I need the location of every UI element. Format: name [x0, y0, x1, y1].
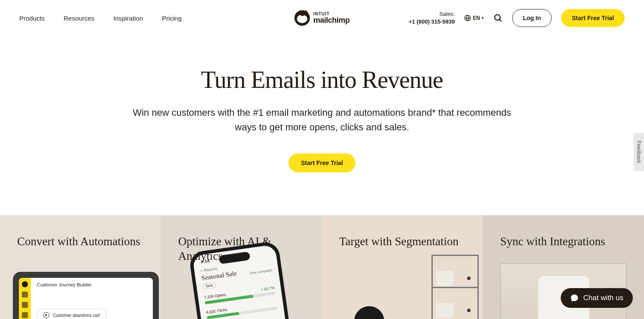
feature-segmentation[interactable]: Target with Segmentation	[322, 215, 483, 319]
chat-button[interactable]: Chat with us	[561, 288, 633, 308]
sales-phone[interactable]: +1 (800) 315-5939	[409, 18, 455, 26]
caret-down-icon: ▾	[482, 16, 484, 20]
feature-title: Convert with Automations	[17, 235, 144, 249]
feature-title: Sync with Integrations	[500, 235, 627, 249]
phone-tag: Sent	[202, 282, 216, 289]
shelf-mock	[431, 255, 479, 319]
mailchimp-icon	[295, 10, 310, 26]
start-trial-button[interactable]: Start Free Trial	[561, 9, 625, 27]
tablet-mock: Customer Journey Builder Customer abando…	[13, 272, 159, 319]
sales-info: Sales: +1 (800) 315-5939	[409, 10, 455, 26]
nav-left: Products Resources Inspiration Pricing	[19, 15, 182, 22]
chat-icon	[570, 294, 579, 302]
header: Products Resources Inspiration Pricing I…	[0, 0, 644, 36]
language-selector[interactable]: EN ▾	[464, 15, 484, 21]
logo[interactable]: INTUIT mailchimp	[295, 10, 350, 26]
feature-title: Optimize with AI & Analytics	[178, 235, 305, 264]
svg-line-2	[500, 20, 502, 22]
search-icon[interactable]	[493, 13, 503, 23]
hero-title: Turn Emails into Revenue	[9, 66, 635, 93]
person-mock	[348, 306, 391, 319]
hero-cta-button[interactable]: Start Free Trial	[289, 153, 355, 172]
chat-label: Chat with us	[583, 294, 623, 302]
nav-products[interactable]: Products	[19, 15, 45, 22]
feedback-tab[interactable]: Feedback	[634, 133, 644, 171]
play-icon	[43, 312, 49, 318]
hero-subtitle: Win new customers with the #1 email mark…	[129, 105, 515, 135]
tablet-card: Customer abandons cart	[37, 309, 106, 319]
nav-pricing[interactable]: Pricing	[162, 15, 182, 22]
logo-mailchimp: mailchimp	[313, 16, 350, 24]
lang-label: EN	[473, 15, 480, 21]
hero: Turn Emails into Revenue Win new custome…	[0, 36, 644, 215]
nav-inspiration[interactable]: Inspiration	[113, 15, 143, 22]
nav-resources[interactable]: Resources	[64, 15, 94, 22]
login-button[interactable]: Log In	[512, 9, 552, 27]
tablet-title: Customer Journey Builder	[37, 282, 147, 287]
globe-icon	[464, 15, 471, 21]
sales-label: Sales:	[409, 10, 455, 18]
feature-analytics[interactable]: Optimize with AI & Analytics 7:14 < Repo…	[161, 215, 322, 319]
features-row: Convert with Automations Customer Journe…	[0, 215, 644, 319]
feature-title: Target with Segmentation	[339, 235, 466, 249]
feature-automations[interactable]: Convert with Automations Customer Journe…	[0, 215, 161, 319]
svg-point-1	[495, 15, 500, 20]
header-right: Sales: +1 (800) 315-5939 EN ▾ Log In Sta…	[409, 9, 625, 27]
